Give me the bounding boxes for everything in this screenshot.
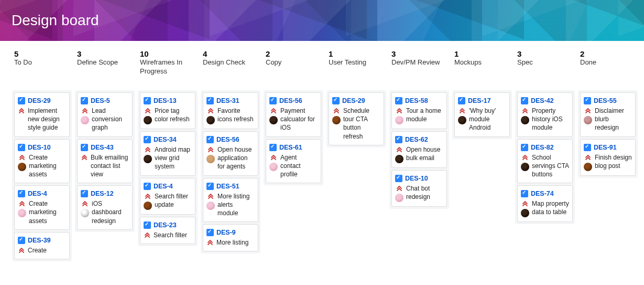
priority-highest-icon: [208, 146, 214, 153]
issue-card[interactable]: DES-31 Favorite icons refresh: [203, 92, 258, 129]
issue-card[interactable]: DES-42 Property history iOS module: [517, 92, 573, 137]
card-key-row: DES-82: [521, 144, 569, 151]
column-card-list[interactable]: DES-17 'Why buy' module Android: [452, 90, 512, 139]
card-icon-col: [269, 153, 278, 171]
issue-key[interactable]: DES-29: [342, 97, 365, 104]
issue-key[interactable]: DES-39: [28, 237, 51, 244]
column-card-list[interactable]: DES-56 Payment calcuator for iOS DES-61: [264, 90, 323, 185]
issue-key[interactable]: DES-12: [91, 190, 114, 197]
issue-key[interactable]: DES-17: [468, 97, 491, 104]
issue-card[interactable]: DES-29 Schedule tour CTA button refresh: [329, 92, 384, 145]
issue-key[interactable]: DES-82: [531, 144, 554, 151]
issue-card[interactable]: DES-9 More listing: [203, 224, 258, 251]
priority-highest-icon: [19, 154, 25, 161]
issue-card[interactable]: DES-62 Open house bulk email: [391, 131, 447, 168]
issue-key[interactable]: DES-10: [28, 144, 51, 151]
card-icon-col: [18, 153, 26, 171]
card-key-row: DES-10: [395, 175, 443, 182]
card-icon-col: [144, 231, 151, 238]
card-key-row: DES-4: [144, 183, 192, 190]
issue-card[interactable]: DES-74 Map property data to table: [517, 185, 573, 222]
issue-key[interactable]: DES-56: [279, 97, 302, 104]
issue-card[interactable]: DES-51 More listing alerts module: [203, 178, 258, 223]
column-card-list[interactable]: DES-55 Disclaimer blurb redesign DES-91: [578, 90, 638, 178]
issue-card[interactable]: DES-55 Disclaimer blurb redesign: [580, 92, 636, 137]
issue-key[interactable]: DES-29: [28, 97, 51, 104]
issue-card[interactable]: DES-82 School servings CTA buttons: [517, 139, 573, 184]
task-type-icon: [395, 97, 402, 104]
card-body-row: Search filter: [144, 231, 192, 239]
column-card-list[interactable]: DES-42 Property history iOS module DES-8…: [515, 90, 575, 224]
column-card-list[interactable]: DES-31 Favorite icons refresh DES-56: [201, 90, 260, 254]
issue-card[interactable]: DES-56 Payment calcuator for iOS: [266, 92, 321, 137]
issue-card[interactable]: DES-58 Tour a home module: [391, 92, 447, 129]
priority-icon-wrap: [584, 153, 592, 161]
column-header: 1Mockups: [452, 49, 512, 78]
priority-icon-wrap: [270, 107, 277, 114]
card-body-row: Favorite icons refresh: [206, 107, 255, 124]
task-type-icon: [144, 97, 151, 104]
priority-highest-icon: [522, 108, 528, 114]
task-type-icon: [81, 190, 88, 197]
card-body-row: Tour a home module: [395, 107, 443, 124]
card-key-row: DES-61: [269, 144, 318, 151]
priority-icon-wrap: [521, 199, 529, 207]
issue-summary: Create marketing assets: [29, 199, 66, 225]
issue-summary: Implement new design style guide: [28, 107, 66, 132]
issue-card[interactable]: DES-10 Chat bot redesign: [391, 170, 447, 207]
issue-card[interactable]: DES-13 Price tag color refresh: [140, 92, 195, 129]
issue-card[interactable]: DES-29 Implement new design style guide: [14, 92, 70, 137]
priority-highest-icon: [18, 108, 25, 114]
column-card-list[interactable]: DES-5 Lead conversion graph DES-43: [75, 90, 135, 232]
issue-card[interactable]: DES-23 Search filter: [140, 217, 195, 244]
issue-card[interactable]: DES-12 iOS dashboard redesign: [77, 185, 133, 230]
issue-key[interactable]: DES-42: [531, 97, 554, 104]
priority-highest-icon: [19, 200, 25, 207]
priority-icon-wrap: [144, 145, 151, 153]
issue-card[interactable]: DES-39 Create: [14, 232, 70, 259]
issue-card[interactable]: DES-43 Bulk emailing contact list view: [77, 139, 133, 184]
issue-key[interactable]: DES-23: [154, 221, 177, 229]
priority-icon-wrap: [81, 199, 89, 207]
issue-key[interactable]: DES-56: [216, 136, 239, 143]
card-body-row: Payment calcuator for iOS: [269, 107, 318, 132]
issue-key[interactable]: DES-51: [216, 183, 239, 190]
issue-key[interactable]: DES-58: [405, 97, 428, 104]
issue-key[interactable]: DES-31: [216, 97, 239, 104]
priority-highest-icon: [208, 108, 214, 114]
column-card-list[interactable]: DES-13 Price tag color refresh DES-34: [138, 90, 198, 246]
issue-card[interactable]: DES-91 Finish design blog post: [580, 139, 636, 176]
column-card-list[interactable]: DES-29 Implement new design style guide …: [12, 90, 72, 261]
issue-key[interactable]: DES-61: [279, 144, 302, 151]
issue-key[interactable]: DES-13: [154, 97, 177, 104]
issue-card[interactable]: DES-34 Android map view grid system: [140, 131, 195, 176]
issue-key[interactable]: DES-55: [594, 97, 617, 104]
issue-card[interactable]: DES-4 Search filter update: [140, 178, 195, 215]
issue-card[interactable]: DES-4 Create marketing assets: [14, 185, 70, 230]
issue-key[interactable]: DES-10: [405, 175, 428, 182]
card-body-row: Price tag color refresh: [144, 107, 192, 124]
issue-key[interactable]: DES-4: [28, 190, 47, 197]
card-icon-col: [521, 107, 529, 124]
column-card-list[interactable]: DES-58 Tour a home module DES-62: [389, 90, 449, 209]
issue-card[interactable]: DES-10 Create marketing assets: [14, 139, 70, 184]
issue-key[interactable]: DES-9: [216, 229, 236, 236]
card-key-row: DES-55: [584, 97, 632, 104]
issue-card[interactable]: DES-56 Open house application for agents: [203, 131, 258, 176]
priority-highest-icon: [459, 108, 465, 114]
issue-card[interactable]: DES-5 Lead conversion graph: [77, 92, 133, 137]
card-icon-col: [332, 107, 341, 124]
issue-card[interactable]: DES-61 Agent contact profile: [266, 139, 321, 184]
issue-key[interactable]: DES-91: [594, 144, 617, 151]
issue-key[interactable]: DES-62: [405, 136, 428, 143]
issue-key[interactable]: DES-5: [91, 97, 110, 104]
issue-card[interactable]: DES-17 'Why buy' module Android: [454, 92, 510, 137]
issue-key[interactable]: DES-4: [154, 183, 173, 190]
issue-key[interactable]: DES-34: [154, 136, 177, 143]
assignee-avatar: [144, 155, 152, 163]
issue-key[interactable]: DES-43: [91, 144, 114, 151]
card-icon-col: [458, 107, 466, 124]
column-name: Define Scope: [77, 58, 133, 67]
issue-key[interactable]: DES-74: [531, 190, 554, 197]
column-card-list[interactable]: DES-29 Schedule tour CTA button refresh: [326, 90, 386, 147]
